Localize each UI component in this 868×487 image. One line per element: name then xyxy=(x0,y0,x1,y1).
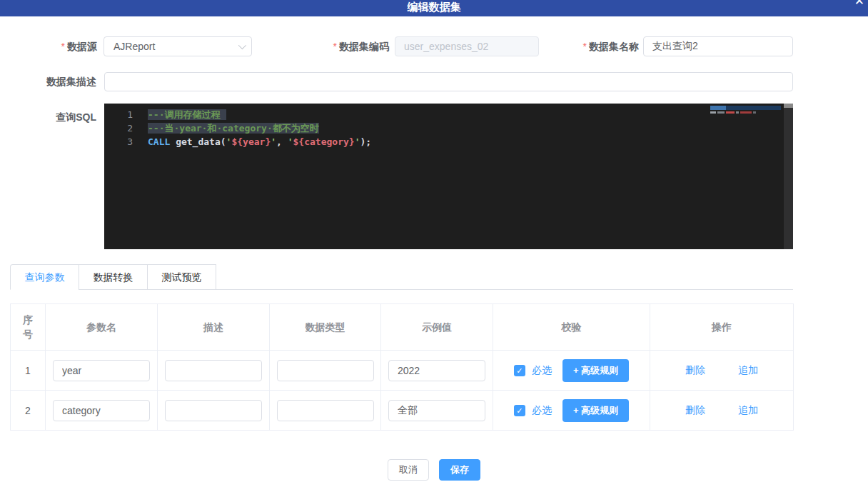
param-sample-input[interactable] xyxy=(388,400,485,421)
col-header-validate: 校验 xyxy=(493,304,650,351)
col-header-type: 数据类型 xyxy=(270,304,381,351)
cancel-button[interactable]: 取消 xyxy=(388,459,429,481)
param-type-input[interactable] xyxy=(277,400,374,421)
dataset-name-input[interactable] xyxy=(643,36,793,56)
col-header-index: 序号 xyxy=(11,304,46,351)
required-checkbox[interactable]: ✓ xyxy=(514,405,525,416)
param-type-input[interactable] xyxy=(277,360,374,381)
row-index: 1 xyxy=(11,351,46,391)
datasource-label: *数据源 xyxy=(26,36,97,56)
param-name-input[interactable] xyxy=(53,360,150,381)
datasource-select[interactable]: AJReport xyxy=(104,36,252,56)
datasource-select-value: AJReport xyxy=(113,41,155,52)
param-sample-input[interactable] xyxy=(388,360,485,381)
col-header-action: 操作 xyxy=(650,304,794,351)
required-asterisk: * xyxy=(583,41,587,52)
required-checkbox-label: 必选 xyxy=(532,364,552,377)
table-header-row: 序号 参数名 描述 数据类型 示例值 校验 操作 xyxy=(11,304,794,351)
advanced-rule-button[interactable]: + 高级规则 xyxy=(562,359,629,382)
line-number: 3 xyxy=(104,135,133,149)
dataset-desc-label: 数据集描述 xyxy=(11,72,96,91)
table-row: 1 ✓ 必选 + 高级规则 删除 追加 xyxy=(11,351,794,391)
required-checkbox-label: 必选 xyxy=(532,404,552,417)
sql-line-3: 3 CALL get_data('${year}', '${category}'… xyxy=(104,135,783,149)
sql-code-editor[interactable]: 1 --·调用存储过程 2 --·当·year·和·category·都不为空时… xyxy=(104,104,793,249)
sql-comment: --·当·year·和·category·都不为空时 xyxy=(148,123,319,134)
dialog-title: 编辑数据集 xyxy=(0,1,868,14)
col-header-param: 参数名 xyxy=(46,304,158,351)
sql-label: 查询SQL xyxy=(11,107,96,127)
chevron-down-icon xyxy=(238,41,246,49)
param-desc-input[interactable] xyxy=(165,360,262,381)
editor-scrollbar[interactable] xyxy=(784,104,793,249)
editor-scrollbar-thumb[interactable] xyxy=(784,104,793,108)
sql-line-1: 1 --·调用存储过程 xyxy=(104,108,783,121)
table-row: 2 ✓ 必选 + 高级规则 删除 追加 xyxy=(11,391,794,431)
param-name-input[interactable] xyxy=(53,400,150,421)
sql-line-2: 2 --·当·year·和·category·都不为空时 xyxy=(104,121,783,135)
col-header-desc: 描述 xyxy=(158,304,270,351)
tab-data-transform[interactable]: 数据转换 xyxy=(79,264,148,290)
append-link[interactable]: 追加 xyxy=(738,404,758,417)
dataset-tabs: 查询参数 数据转换 测试预览 xyxy=(10,264,216,290)
dataset-code-input[interactable] xyxy=(395,36,539,56)
tab-query-params[interactable]: 查询参数 xyxy=(10,264,79,290)
sql-comment: --·调用存储过程 xyxy=(148,109,220,120)
close-icon[interactable]: ✕ xyxy=(854,0,864,7)
dialog-footer: 取消 保存 xyxy=(0,459,868,481)
tab-test-preview[interactable]: 测试预览 xyxy=(147,264,216,290)
delete-link[interactable]: 删除 xyxy=(685,364,705,377)
advanced-rule-button[interactable]: + 高级规则 xyxy=(562,399,629,422)
editor-minimap[interactable] xyxy=(710,106,781,114)
dialog-header: 编辑数据集 ✕ xyxy=(0,0,868,16)
save-button[interactable]: 保存 xyxy=(439,459,480,481)
params-table: 序号 参数名 描述 数据类型 示例值 校验 操作 1 ✓ 必选 + 高级规则 xyxy=(10,303,794,431)
param-desc-input[interactable] xyxy=(165,400,262,421)
dataset-desc-input[interactable] xyxy=(104,72,793,91)
line-number: 2 xyxy=(104,121,133,135)
row-index: 2 xyxy=(11,391,46,431)
dataset-name-label: *数据集名称 xyxy=(553,36,639,56)
delete-link[interactable]: 删除 xyxy=(685,404,705,417)
required-checkbox[interactable]: ✓ xyxy=(514,365,525,376)
col-header-sample: 示例值 xyxy=(381,304,493,351)
required-asterisk: * xyxy=(61,41,65,52)
required-asterisk: * xyxy=(333,41,337,52)
dataset-code-label: *数据集编码 xyxy=(303,36,389,56)
append-link[interactable]: 追加 xyxy=(738,364,758,377)
line-number: 1 xyxy=(104,108,133,121)
